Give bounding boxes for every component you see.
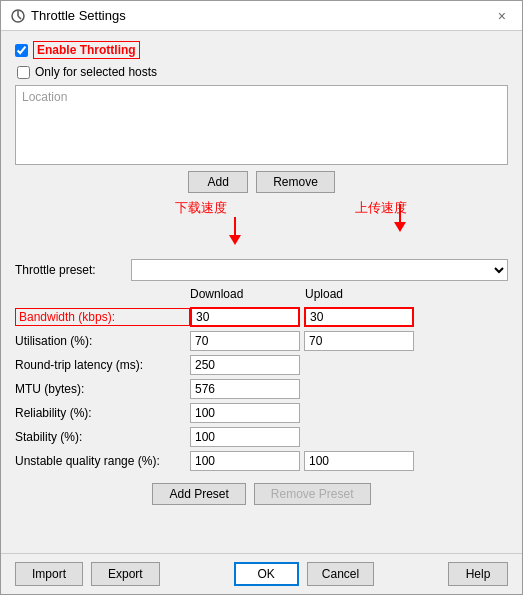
unstable-quality-upload-input[interactable]: [304, 451, 414, 471]
svg-line-2: [18, 16, 21, 19]
enable-throttling-row: Enable Throttling: [15, 41, 508, 59]
add-preset-button[interactable]: Add Preset: [152, 483, 245, 505]
annotation-container: 下载速度 上传速度: [15, 199, 508, 249]
reliability-label: Reliability (%):: [15, 406, 190, 420]
svg-marker-4: [229, 235, 241, 245]
throttle-preset-row: Throttle preset:: [15, 259, 508, 281]
stability-input[interactable]: [190, 427, 300, 447]
title-bar: Throttle Settings ×: [1, 1, 522, 31]
throttle-preset-select[interactable]: [131, 259, 508, 281]
add-remove-buttons: Add Remove: [15, 171, 508, 193]
remove-button[interactable]: Remove: [256, 171, 335, 193]
only-selected-hosts-row: Only for selected hosts: [17, 65, 508, 79]
mtu-label: MTU (bytes):: [15, 382, 190, 396]
throttle-preset-label: Throttle preset:: [15, 263, 125, 277]
download-header: Download: [190, 287, 305, 301]
utilisation-row: Utilisation (%):: [15, 331, 508, 351]
upload-header: Upload: [305, 287, 420, 301]
latency-label: Round-trip latency (ms):: [15, 358, 190, 372]
mtu-input[interactable]: [190, 379, 300, 399]
unstable-quality-row: Unstable quality range (%):: [15, 451, 508, 471]
reliability-input[interactable]: [190, 403, 300, 423]
close-button[interactable]: ×: [492, 6, 512, 26]
stability-label: Stability (%):: [15, 430, 190, 444]
content-area: Enable Throttling Only for selected host…: [1, 31, 522, 553]
import-button[interactable]: Import: [15, 562, 83, 586]
location-box: Location: [15, 85, 508, 165]
enable-throttling-label: Enable Throttling: [33, 41, 140, 59]
mtu-row: MTU (bytes):: [15, 379, 508, 399]
utilisation-label: Utilisation (%):: [15, 334, 190, 348]
download-speed-annotation: 下载速度: [175, 199, 227, 217]
remove-preset-button[interactable]: Remove Preset: [254, 483, 371, 505]
utilisation-download-input[interactable]: [190, 331, 300, 351]
cancel-button[interactable]: Cancel: [307, 562, 374, 586]
help-button[interactable]: Help: [448, 562, 508, 586]
form-grid: Bandwidth (kbps): Utilisation (%): Round…: [15, 307, 508, 471]
bandwidth-download-input[interactable]: [190, 307, 300, 327]
ok-button[interactable]: OK: [234, 562, 299, 586]
window-title: Throttle Settings: [31, 8, 126, 23]
only-selected-hosts-checkbox[interactable]: [17, 66, 30, 79]
throttle-settings-window: Throttle Settings × Enable Throttling On…: [0, 0, 523, 595]
app-icon: [11, 9, 25, 23]
enable-throttling-checkbox[interactable]: [15, 44, 28, 57]
bandwidth-label: Bandwidth (kbps):: [15, 308, 190, 326]
stability-row: Stability (%):: [15, 427, 508, 447]
reliability-row: Reliability (%):: [15, 403, 508, 423]
upload-arrow-icon: [390, 204, 410, 232]
column-headers: Download Upload: [190, 287, 508, 301]
footer-center: OK Cancel: [168, 562, 440, 586]
unstable-quality-download-input[interactable]: [190, 451, 300, 471]
utilisation-upload-input[interactable]: [304, 331, 414, 351]
location-placeholder: Location: [22, 90, 67, 104]
export-button[interactable]: Export: [91, 562, 160, 586]
footer-left: Import Export: [15, 562, 160, 586]
bandwidth-upload-input[interactable]: [304, 307, 414, 327]
download-arrow-icon: [225, 217, 245, 245]
only-selected-hosts-label: Only for selected hosts: [35, 65, 157, 79]
bandwidth-row: Bandwidth (kbps):: [15, 307, 508, 327]
unstable-quality-label: Unstable quality range (%):: [15, 454, 190, 468]
footer: Import Export OK Cancel Help: [1, 553, 522, 594]
latency-row: Round-trip latency (ms):: [15, 355, 508, 375]
footer-right: Help: [448, 562, 508, 586]
svg-marker-6: [394, 222, 406, 232]
latency-input[interactable]: [190, 355, 300, 375]
add-button[interactable]: Add: [188, 171, 248, 193]
title-bar-left: Throttle Settings: [11, 8, 126, 23]
preset-buttons: Add Preset Remove Preset: [15, 483, 508, 505]
